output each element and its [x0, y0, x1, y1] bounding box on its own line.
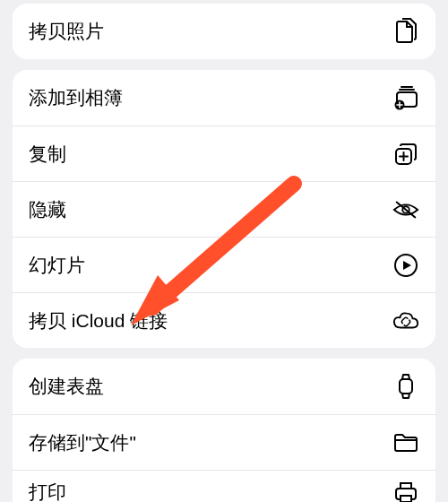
menu-item-label: 幻灯片 — [29, 253, 85, 278]
duplicate-icon — [392, 141, 419, 168]
icloud-link-icon — [392, 307, 419, 334]
menu-group: 添加到相簿 复制 隐藏 — [13, 70, 435, 348]
play-circle-icon — [392, 252, 419, 279]
menu-item-label: 创建表盘 — [29, 374, 104, 399]
create-watch-face-row[interactable]: 创建表盘 — [13, 359, 435, 414]
hide-row[interactable]: 隐藏 — [13, 181, 435, 237]
watch-icon — [392, 373, 419, 400]
eye-slash-icon — [392, 196, 419, 223]
svg-rect-10 — [401, 496, 411, 502]
menu-item-label: 存储到"文件" — [29, 430, 136, 455]
add-album-icon — [392, 84, 419, 111]
svg-rect-6 — [400, 379, 412, 394]
duplicate-row[interactable]: 复制 — [13, 126, 435, 181]
copy-icloud-link-row[interactable]: 拷贝 iCloud 链接 — [13, 292, 435, 348]
menu-item-label: 打印 — [29, 480, 66, 503]
svg-rect-9 — [401, 483, 411, 489]
menu-group: 创建表盘 存储到"文件" 打印 — [13, 359, 435, 502]
copy-doc-icon — [392, 18, 419, 45]
copy-photo-row[interactable]: 拷贝照片 — [13, 4, 435, 59]
printer-icon — [392, 479, 419, 503]
menu-item-label: 拷贝 iCloud 链接 — [29, 308, 168, 333]
print-row[interactable]: 打印 — [13, 470, 435, 502]
save-to-files-row[interactable]: 存储到"文件" — [13, 414, 435, 470]
slideshow-row[interactable]: 幻灯片 — [13, 237, 435, 292]
add-to-album-row[interactable]: 添加到相簿 — [13, 70, 435, 126]
menu-item-label: 拷贝照片 — [29, 19, 104, 44]
menu-item-label: 隐藏 — [29, 197, 66, 222]
menu-item-label: 添加到相簿 — [29, 85, 123, 110]
menu-item-label: 复制 — [29, 142, 66, 167]
menu-group: 拷贝照片 — [13, 4, 435, 59]
folder-icon — [392, 429, 419, 456]
